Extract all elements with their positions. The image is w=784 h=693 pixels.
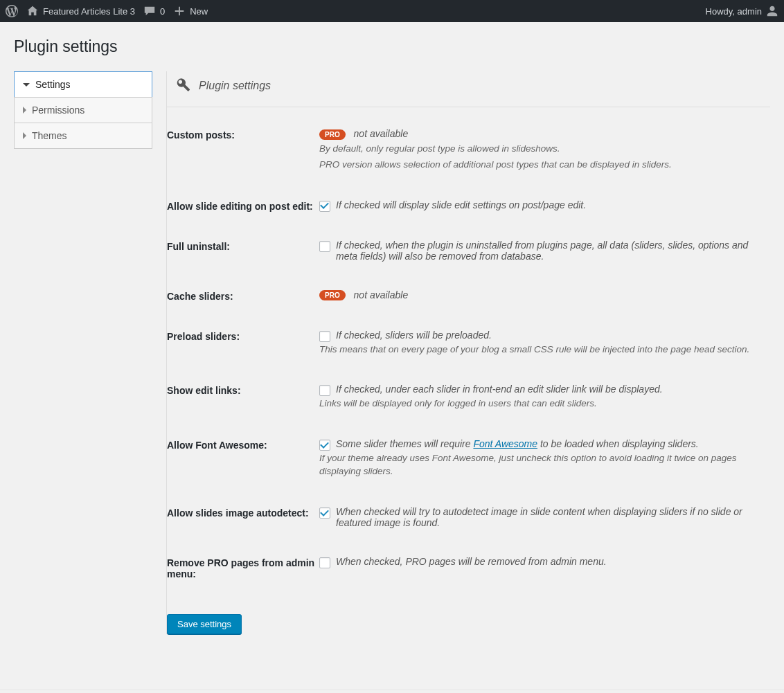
checkbox-label: If checked will display slide edit setti… (336, 199, 586, 210)
new-link[interactable]: New (173, 5, 208, 17)
site-link[interactable]: Featured Articles Lite 3 (26, 5, 135, 17)
checkbox-preload-sliders[interactable] (319, 331, 330, 342)
field-label: Allow slide editing on post edit: (167, 199, 319, 212)
content-wrap: Plugin settings Settings Permissions The… (0, 22, 784, 662)
tab-label: Themes (32, 130, 67, 141)
avatar-icon (766, 5, 778, 17)
comment-count: 0 (160, 6, 165, 17)
field-label: Remove PRO pages from admin menu: (167, 556, 319, 579)
admin-bar: Featured Articles Lite 3 0 New Howdy, ad… (0, 0, 784, 22)
caret-down-icon (23, 83, 30, 87)
checkbox-label: If checked, under each slider in front-e… (336, 384, 663, 395)
tab-settings[interactable]: Settings (14, 71, 152, 98)
field-font-awesome: Allow Font Awesome: Some slider themes w… (167, 438, 770, 478)
caret-right-icon (23, 107, 26, 114)
help-text: If your theme already uses Font Awesome,… (319, 452, 770, 478)
layout: Settings Permissions Themes Plugin setti… (14, 71, 770, 634)
checkbox-autodetect[interactable] (319, 507, 330, 519)
site-name-text: Featured Articles Lite 3 (43, 6, 135, 17)
field-label: Allow slides image autodetect: (167, 506, 319, 528)
main-panel: Plugin settings Custom posts: PRO not av… (166, 71, 770, 634)
caret-right-icon (23, 132, 26, 139)
field-show-edit-links: Show edit links: If checked, under each … (167, 384, 770, 411)
field-control: If checked will display slide edit setti… (319, 199, 770, 212)
help-text: Links will be displayed only for logged … (319, 397, 770, 411)
plus-icon (173, 5, 186, 17)
help-text: By default, only regular post type is al… (319, 143, 770, 156)
field-control: If checked, sliders will be preloaded. T… (319, 330, 770, 357)
tab-permissions[interactable]: Permissions (14, 97, 152, 123)
pro-badge: PRO (319, 129, 346, 140)
field-control: PRO not available (319, 289, 770, 302)
field-slide-editing: Allow slide editing on post edit: If che… (167, 199, 770, 212)
checkbox-font-awesome[interactable] (319, 440, 330, 451)
save-settings-button[interactable]: Save settings (167, 614, 242, 634)
field-remove-pro: Remove PRO pages from admin menu: When c… (167, 556, 770, 579)
not-available-text: not available (354, 289, 409, 300)
checkbox-label: If checked, sliders will be preloaded. (336, 330, 492, 341)
sidebar-tabs: Settings Permissions Themes (14, 71, 152, 634)
comment-icon (143, 5, 156, 17)
tab-label: Permissions (32, 105, 84, 116)
account-link[interactable]: Howdy, admin (706, 5, 778, 17)
checkbox-show-edit-links[interactable] (319, 385, 330, 396)
checkbox-slide-editing[interactable] (319, 201, 330, 212)
field-control: If checked, when the plugin is uninstall… (319, 240, 770, 262)
checkbox-label: When checked, PRO pages will be removed … (336, 556, 607, 567)
admin-bar-left: Featured Articles Lite 3 0 New (6, 5, 208, 17)
house-icon (26, 5, 39, 17)
field-autodetect: Allow slides image autodetect: When chec… (167, 506, 770, 528)
wordpress-icon (6, 5, 18, 17)
section-title: Plugin settings (199, 80, 271, 92)
pro-badge: PRO (319, 290, 346, 300)
field-label: Full uninstall: (167, 240, 319, 262)
field-custom-posts: Custom posts: PRO not available By defau… (167, 128, 770, 172)
comments-link[interactable]: 0 (143, 5, 165, 17)
checkbox-label: When checked will try to autodetect imag… (336, 506, 770, 528)
field-label: Allow Font Awesome: (167, 438, 319, 478)
page-title: Plugin settings (14, 37, 770, 56)
tab-label: Settings (35, 79, 71, 90)
tab-themes[interactable]: Themes (14, 123, 152, 149)
font-awesome-link[interactable]: Font Awesome (473, 438, 537, 449)
checkbox-label: Some slider themes will require Font Awe… (336, 438, 699, 449)
help-text: PRO version allows selection of addition… (319, 159, 770, 172)
wrench-icon (175, 77, 190, 94)
field-control: When checked, PRO pages will be removed … (319, 556, 770, 579)
greeting-text: Howdy, admin (706, 6, 762, 17)
new-label: New (190, 6, 208, 17)
checkbox-label: If checked, when the plugin is uninstall… (336, 240, 770, 262)
section-header: Plugin settings (167, 71, 770, 107)
field-label: Custom posts: (167, 128, 319, 172)
field-cache-sliders: Cache sliders: PRO not available (167, 289, 770, 302)
field-label: Cache sliders: (167, 289, 319, 302)
field-control: If checked, under each slider in front-e… (319, 384, 770, 411)
field-control: Some slider themes will require Font Awe… (319, 438, 770, 478)
field-control: PRO not available By default, only regul… (319, 128, 770, 172)
footer: Please rate Featured Articles Lite ★★★★★… (0, 690, 784, 693)
field-full-uninstall: Full uninstall: If checked, when the plu… (167, 240, 770, 262)
checkbox-remove-pro[interactable] (319, 557, 330, 568)
field-control: When checked will try to autodetect imag… (319, 506, 770, 528)
field-preload-sliders: Preload sliders: If checked, sliders wil… (167, 330, 770, 357)
wp-logo[interactable] (6, 5, 18, 17)
not-available-text: not available (354, 128, 409, 139)
field-label: Show edit links: (167, 384, 319, 411)
checkbox-full-uninstall[interactable] (319, 241, 330, 252)
admin-bar-right: Howdy, admin (706, 5, 778, 17)
help-text: This means that on every page of your bl… (319, 343, 770, 357)
field-label: Preload sliders: (167, 330, 319, 357)
